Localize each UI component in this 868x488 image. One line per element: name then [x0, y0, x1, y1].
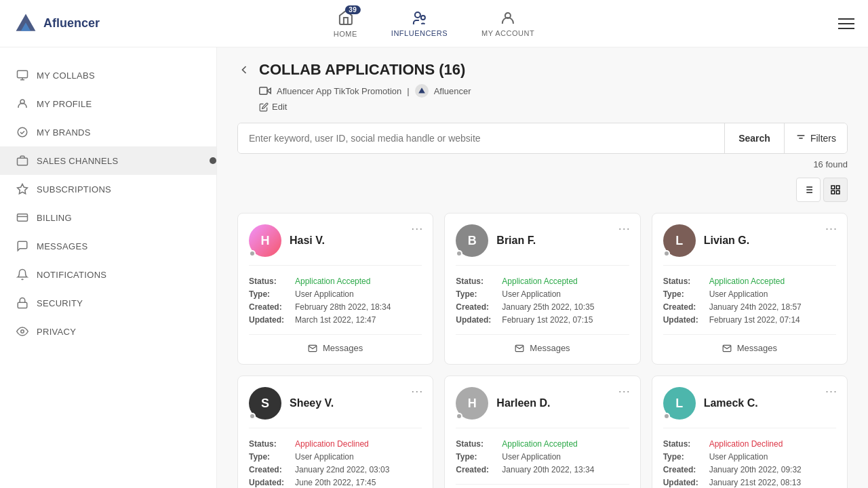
svg-marker-11	[18, 184, 28, 194]
list-view-button[interactable]	[796, 178, 821, 202]
avatar-wrap: L	[663, 387, 696, 420]
sidebar-label: SALES CHANNELS	[37, 156, 119, 166]
svg-rect-12	[18, 214, 28, 222]
main-layout: MY COLLABS MY PROFILE MY BRANDS SALES CH…	[0, 47, 868, 488]
brand-name: Afluencer	[434, 86, 471, 96]
collab-name: Afluencer App TikTok Promotion	[277, 86, 401, 96]
avatar-wrap: H	[456, 387, 488, 420]
sidebar-item-subscriptions[interactable]: SUBSCRIPTIONS	[0, 175, 216, 203]
sidebar-label: MY BRANDS	[37, 127, 91, 138]
detail-status: Status: Application Accepted	[456, 277, 629, 286]
card-details: Status: Application Accepted Type: User …	[456, 277, 629, 325]
card-details: Status: Application Accepted Type: User …	[663, 277, 836, 325]
detail-status: Status: Application Accepted	[249, 277, 422, 286]
card-user: B Brian F.	[456, 224, 629, 266]
filter-label: Filters	[810, 133, 836, 144]
sidebar-label: MY PROFILE	[37, 99, 92, 109]
card-menu-button[interactable]: ···	[825, 384, 837, 399]
sidebar-label: MESSAGES	[37, 241, 87, 251]
grid-view-button[interactable]	[823, 178, 848, 202]
svg-rect-29	[836, 186, 840, 189]
nav-home-label: HOME	[334, 30, 357, 38]
card-menu-button[interactable]: ···	[411, 222, 423, 236]
card-menu-button[interactable]: ···	[825, 222, 837, 236]
avatar-wrap: L	[663, 224, 696, 257]
messages-label: Messages	[737, 343, 777, 353]
avatar-status	[456, 250, 462, 257]
sidebar-label: SUBSCRIPTIONS	[37, 184, 111, 195]
user-name: Harleen D.	[496, 397, 550, 409]
edit-label: Edit	[272, 102, 287, 112]
sidebar-item-notifications[interactable]: NOTIFICATIONS	[0, 260, 216, 289]
detail-created: Created: February 28th 2022, 18:34	[249, 302, 422, 312]
applicant-card: ··· L Livian G. Status: Application Acce…	[652, 213, 848, 365]
search-input[interactable]	[238, 123, 724, 153]
svg-point-2	[414, 12, 420, 18]
svg-rect-10	[18, 158, 28, 165]
svg-marker-16	[267, 88, 271, 94]
sidebar-item-billing[interactable]: BILLING	[0, 203, 216, 232]
brand-icon	[415, 84, 429, 98]
avatar-status	[663, 250, 670, 257]
user-name: Sheey V.	[290, 397, 334, 409]
svg-rect-14	[18, 302, 27, 308]
nav-influencers-label: INFLUENCERS	[391, 29, 448, 37]
card-user: L Lameck C.	[663, 387, 836, 428]
card-user: L Livian G.	[663, 224, 836, 266]
card-menu-button[interactable]: ···	[411, 384, 423, 399]
detail-updated: Updated: June 20th 2022, 17:45	[249, 478, 422, 487]
view-toggle	[237, 178, 848, 202]
back-button[interactable]	[237, 63, 251, 77]
user-name: Hasi V.	[290, 235, 325, 247]
svg-point-9	[18, 127, 27, 137]
svg-rect-30	[831, 190, 835, 194]
sidebar-label: MY COLLABS	[37, 70, 95, 81]
card-menu-button[interactable]: ···	[618, 384, 631, 399]
search-bar: Search Filters	[237, 123, 848, 154]
svg-rect-17	[260, 87, 267, 95]
search-button[interactable]: Search	[724, 123, 784, 153]
card-messages-button[interactable]: Messages	[663, 334, 836, 353]
detail-type: Type: User Application	[249, 289, 422, 299]
nav-my-account[interactable]: MY ACCOUNT	[475, 7, 541, 41]
svg-point-15	[21, 330, 24, 333]
applicant-card: ··· S Sheey V. Status: Application Decli…	[237, 375, 433, 488]
svg-point-3	[420, 16, 425, 20]
nav-account-label: MY ACCOUNT	[481, 29, 534, 37]
nav-badge-count: 39	[345, 5, 360, 14]
card-details: Status: Application Declined Type: User …	[663, 439, 836, 487]
app-logo[interactable]: Afluencer	[14, 12, 100, 36]
card-messages-button[interactable]: Messages	[456, 484, 629, 488]
nav-home[interactable]: 39 HOME	[327, 6, 364, 41]
card-details: Status: Application Declined Type: User …	[249, 439, 422, 487]
sidebar-item-my-profile[interactable]: MY PROFILE	[0, 89, 216, 118]
sidebar-item-privacy[interactable]: PRIVACY	[0, 317, 216, 346]
applicant-card: ··· B Brian F. Status: Application Accep…	[444, 213, 640, 365]
sidebar-item-messages[interactable]: MESSAGES	[0, 232, 216, 260]
page-header: COLLAB APPLICATIONS (16)	[237, 61, 848, 79]
avatar-wrap: S	[249, 387, 281, 420]
detail-status: Status: Application Accepted	[456, 439, 629, 449]
user-name: Brian F.	[496, 235, 536, 247]
svg-rect-5	[18, 70, 28, 78]
card-messages-button[interactable]: Messages	[456, 334, 629, 353]
sidebar-item-security[interactable]: SECURITY	[0, 289, 216, 317]
nav-influencers[interactable]: INFLUENCERS	[384, 7, 454, 41]
sidebar-item-my-brands[interactable]: MY BRANDS	[0, 118, 216, 146]
card-menu-button[interactable]: ···	[618, 222, 631, 236]
sidebar-item-sales-channels[interactable]: SALES CHANNELS	[0, 146, 216, 175]
results-count: 16 found	[237, 159, 848, 169]
avatar-wrap: H	[249, 224, 281, 257]
messages-label: Messages	[530, 343, 570, 353]
detail-created: Created: January 22nd 2022, 03:03	[249, 465, 422, 474]
detail-created: Created: January 20th 2022, 13:34	[456, 465, 629, 474]
edit-link[interactable]: Edit	[259, 102, 848, 112]
sidebar-item-my-collabs[interactable]: MY COLLABS	[0, 61, 216, 89]
card-messages-button[interactable]: Messages	[249, 334, 422, 353]
detail-status: Status: Application Declined	[249, 439, 422, 449]
filter-button[interactable]: Filters	[784, 123, 847, 153]
detail-created: Created: January 25th 2022, 10:35	[456, 302, 629, 312]
hamburger-menu[interactable]	[838, 18, 854, 29]
applicant-card: ··· L Lameck C. Status: Application Decl…	[652, 375, 848, 488]
detail-type: Type: User Application	[456, 452, 629, 462]
